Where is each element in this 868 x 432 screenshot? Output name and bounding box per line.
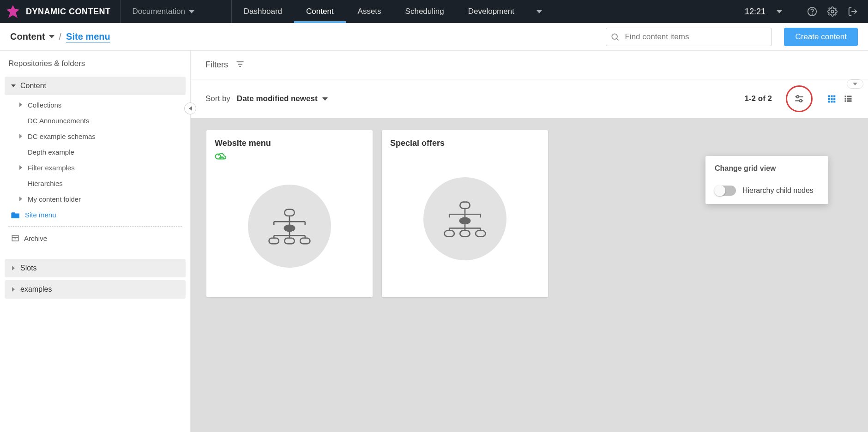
sidebar-item-dc-announcements[interactable]: DC Announcements xyxy=(5,113,186,128)
folder-icon xyxy=(11,211,20,218)
nav-development[interactable]: Development xyxy=(456,0,554,23)
chevron-down-icon[interactable] xyxy=(777,10,782,13)
filter-icon[interactable] xyxy=(235,60,245,71)
gear-icon[interactable] xyxy=(826,6,838,18)
sidebar-item-depth-example[interactable]: Depth example xyxy=(5,144,186,160)
sidebar-item-label: DC example schemas xyxy=(28,132,96,140)
svg-rect-25 xyxy=(833,101,835,102)
svg-rect-7 xyxy=(12,235,18,241)
svg-rect-44 xyxy=(269,238,279,243)
toggle-label: Hierarchy child nodes xyxy=(742,186,814,195)
sidebar-item-label: DC Announcements xyxy=(28,117,89,125)
chevron-right-icon xyxy=(19,165,22,170)
sidebar-heading: Repositories & folders xyxy=(5,59,186,77)
card-figure xyxy=(390,148,540,289)
svg-rect-23 xyxy=(828,101,830,102)
sidebar-item-site-menu[interactable]: Site menu xyxy=(5,207,186,222)
grid-settings-popover: Change grid view Hierarchy child nodes xyxy=(705,156,828,204)
grid-settings-button[interactable] xyxy=(786,85,813,112)
sidebar-archive[interactable]: Archive xyxy=(5,230,186,246)
brand-text: DYNAMIC CONTENT xyxy=(26,7,111,17)
sliders-icon xyxy=(793,93,805,105)
topbar-right: 12:21 xyxy=(745,0,868,23)
sidebar-item-hierarchies[interactable]: Hierarchies xyxy=(5,175,186,191)
logout-icon[interactable] xyxy=(847,6,859,18)
card-title: Special offers xyxy=(390,138,540,148)
sidebar-item-label: Depth example xyxy=(28,148,74,156)
content-card[interactable]: Special offers xyxy=(382,130,548,297)
breadcrumb-root[interactable]: Content xyxy=(10,31,54,42)
chevron-down-icon xyxy=(189,10,194,13)
chevron-left-icon xyxy=(189,106,192,111)
chevron-down-icon xyxy=(11,84,16,87)
sidebar-top-content[interactable]: Content xyxy=(5,77,186,95)
sidebar-item-label: Site menu xyxy=(25,211,56,219)
sidebar-item-dc-example-schemas[interactable]: DC example schemas xyxy=(5,128,186,144)
svg-rect-46 xyxy=(300,238,310,243)
sidebar-group-examples[interactable]: examples xyxy=(5,280,186,299)
hierarchy-child-nodes-toggle[interactable] xyxy=(715,186,736,196)
nav-assets[interactable]: Assets xyxy=(346,0,393,23)
breadcrumb-current[interactable]: Site menu xyxy=(66,31,110,42)
sidebar-item-label: Hierarchies xyxy=(28,180,63,187)
svg-rect-20 xyxy=(828,98,830,100)
tree-separator xyxy=(8,226,182,227)
svg-rect-59 xyxy=(445,230,454,236)
expand-toolbar-button[interactable] xyxy=(847,79,863,89)
help-icon[interactable] xyxy=(806,6,818,18)
nav-scheduling[interactable]: Scheduling xyxy=(393,0,456,23)
grid-view-button[interactable] xyxy=(826,94,837,104)
card-title: Website menu xyxy=(215,138,364,148)
chevron-right-icon xyxy=(12,287,15,292)
sidebar-item-label: My content folder xyxy=(28,195,81,203)
search-icon xyxy=(610,32,620,42)
sidebar-item-label: Filter examples xyxy=(28,164,75,172)
nav-documentation[interactable]: Documentation xyxy=(121,0,232,23)
content-card[interactable]: Website menu xyxy=(206,130,373,297)
sort-value[interactable]: Date modified newest xyxy=(237,94,328,103)
breadcrumb-separator: / xyxy=(59,31,62,42)
list-icon xyxy=(844,94,853,103)
svg-rect-32 xyxy=(284,209,294,216)
sidebar: Repositories & folders Content Collectio… xyxy=(0,51,191,432)
sort-label: Sort by xyxy=(205,94,230,103)
svg-rect-17 xyxy=(828,96,830,97)
sidebar-group-slots[interactable]: Slots xyxy=(5,259,186,277)
published-badge xyxy=(215,152,364,163)
chevron-right-icon xyxy=(19,134,22,138)
chevron-right-icon xyxy=(19,197,22,201)
sort-bar: Sort by Date modified newest 1-2 of 2 xyxy=(191,79,868,118)
svg-point-16 xyxy=(800,100,802,102)
svg-rect-21 xyxy=(831,98,832,100)
svg-rect-31 xyxy=(847,100,852,102)
breadcrumb: Content / Site menu xyxy=(10,31,110,42)
nav-dashboard[interactable]: Dashboard xyxy=(232,0,294,23)
svg-point-38 xyxy=(284,224,295,232)
nav-content[interactable]: Content xyxy=(294,0,346,23)
brand[interactable]: DYNAMIC CONTENT xyxy=(0,0,121,23)
svg-rect-45 xyxy=(284,238,294,243)
collapse-sidebar-button[interactable] xyxy=(184,102,196,114)
svg-point-3 xyxy=(831,10,834,13)
svg-rect-26 xyxy=(845,96,846,97)
result-count: 1-2 of 2 xyxy=(744,94,772,103)
topbar: DYNAMIC CONTENT Documentation Dashboard … xyxy=(0,0,868,23)
subheader: Content / Site menu Create content xyxy=(0,23,868,51)
svg-rect-22 xyxy=(833,98,835,100)
search-wrap xyxy=(606,28,772,46)
search-input[interactable] xyxy=(606,28,772,46)
sidebar-item-collections[interactable]: Collections xyxy=(5,97,186,113)
archive-icon xyxy=(11,234,19,242)
popover-title: Change grid view xyxy=(715,164,819,173)
svg-point-5 xyxy=(612,34,618,39)
svg-point-2 xyxy=(812,14,813,14)
svg-rect-30 xyxy=(845,100,846,102)
svg-rect-27 xyxy=(847,96,852,97)
sidebar-item-my-content-folder[interactable]: My content folder xyxy=(5,191,186,207)
create-content-button[interactable]: Create content xyxy=(784,28,858,46)
list-view-button[interactable] xyxy=(843,94,853,104)
svg-rect-47 xyxy=(460,202,470,208)
sidebar-item-filter-examples[interactable]: Filter examples xyxy=(5,160,186,175)
chevron-down-icon xyxy=(536,10,542,13)
brand-logo-icon xyxy=(6,4,20,19)
